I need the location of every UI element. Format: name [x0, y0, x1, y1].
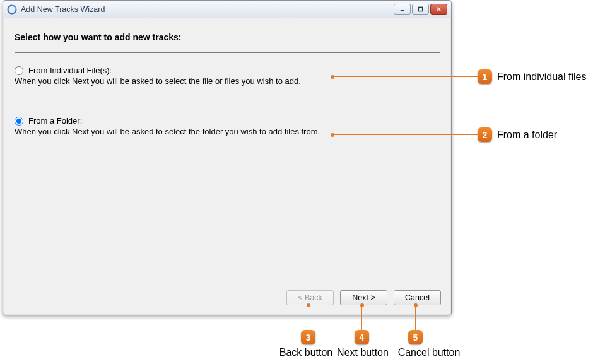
radio-from-folder[interactable] [15, 117, 23, 126]
callout-4-badge: 4 [355, 330, 369, 344]
option-label: From Individual File(s): [28, 66, 112, 75]
callout-leader [332, 76, 478, 77]
radio-individual-files[interactable] [15, 66, 23, 75]
callout-label: From a folder [497, 129, 557, 141]
callout-1: 1 From individual files [478, 69, 586, 84]
callout-2: 2 From a folder [478, 127, 557, 142]
callout-5-label: Cancel button [388, 347, 470, 358]
callout-leader [308, 305, 308, 330]
svg-rect-2 [418, 7, 422, 11]
callout-3-badge: 3 [301, 330, 315, 344]
minimize-button[interactable] [394, 4, 411, 15]
maximize-button[interactable] [412, 4, 429, 15]
titlebar: Add New Tracks Wizard [3, 1, 451, 18]
app-icon [7, 4, 17, 15]
option-from-folder: From a Folder: When you click Next you w… [15, 116, 440, 136]
window-buttons [394, 4, 447, 15]
callout-leader [415, 305, 416, 330]
option-individual-files: From Individual File(s): When you click … [15, 66, 440, 86]
callout-5-badge: 5 [408, 330, 423, 344]
callout-4-label: Next button [328, 347, 397, 358]
option-label: From a Folder: [28, 116, 82, 126]
wizard-window: Add New Tracks Wizard Select how you wan… [3, 0, 452, 315]
callout-badge: 4 [355, 330, 369, 344]
callout-badge: 3 [301, 330, 315, 344]
cancel-button[interactable]: Cancel [394, 290, 441, 305]
option-description: When you click Next you will be asked to… [15, 76, 440, 86]
wizard-content: Select how you want to add new tracks: F… [3, 18, 451, 315]
next-button[interactable]: Next > [340, 290, 387, 305]
callout-badge: 1 [478, 69, 492, 84]
back-button[interactable]: < Back [286, 290, 334, 305]
window-title: Add New Tracks Wizard [21, 5, 394, 14]
separator [15, 52, 440, 53]
close-button[interactable] [430, 4, 447, 15]
wizard-prompt: Select how you want to add new tracks: [15, 32, 440, 42]
callout-label: From individual files [497, 71, 586, 83]
wizard-button-bar: < Back Next > Cancel [3, 290, 451, 305]
callout-leader [361, 305, 362, 330]
callout-badge: 2 [478, 127, 492, 142]
callout-badge: 5 [408, 330, 423, 344]
callout-leader [332, 134, 478, 135]
